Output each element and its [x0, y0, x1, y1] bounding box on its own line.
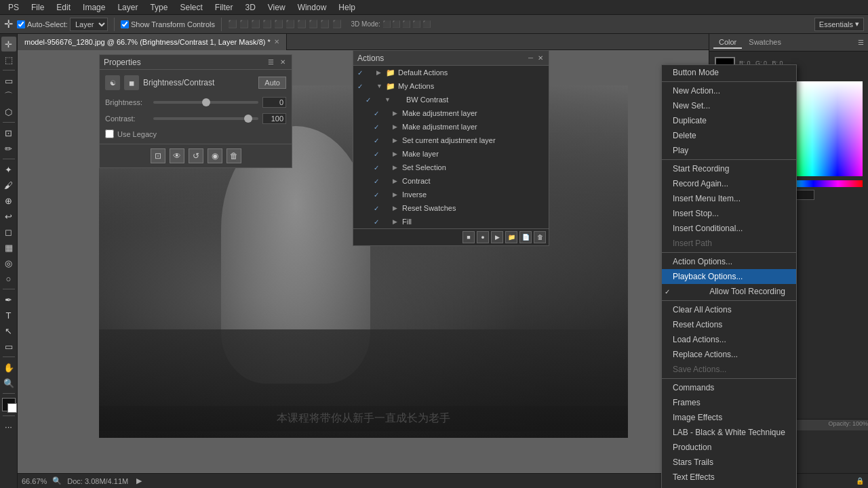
ctx-insert-conditional[interactable]: Insert Conditional... — [662, 221, 796, 236]
action-expand-bw[interactable]: ▼ — [384, 96, 391, 103]
ctx-delete[interactable]: Delete — [662, 128, 796, 143]
dodge-tool[interactable]: ○ — [1, 271, 16, 286]
ctx-duplicate[interactable]: Duplicate — [662, 113, 796, 128]
visibility-btn[interactable]: ◉ — [208, 148, 222, 163]
ctx-image-effects[interactable]: Image Effects — [662, 410, 796, 425]
history-brush-tool[interactable]: ↩ — [1, 209, 16, 224]
action-expand-default[interactable]: ▶ — [376, 69, 383, 76]
stamp-tool[interactable]: ⊕ — [1, 193, 16, 208]
action-item-fill[interactable]: ✓ ▶ Fill — [353, 215, 549, 228]
ctx-button-mode[interactable]: Button Mode — [662, 65, 796, 80]
background-color[interactable] — [7, 403, 17, 413]
ctx-playback-options[interactable]: Playback Options... — [662, 269, 796, 284]
ctx-insert-menu-item[interactable]: Insert Menu Item... — [662, 191, 796, 206]
artboard-tool[interactable]: ⬚ — [1, 52, 16, 67]
action-expand-inverse[interactable]: ▶ — [393, 191, 399, 198]
stop-btn[interactable]: ■ — [462, 231, 475, 243]
action-item-my-actions[interactable]: ✓ ▼ 📁 My Actions — [353, 79, 549, 93]
action-expand-adj1[interactable]: ▶ — [393, 110, 399, 117]
menu-3d[interactable]: 3D — [239, 1, 260, 14]
brightness-value[interactable] — [262, 97, 286, 108]
action-expand-set-sel[interactable]: ▶ — [393, 164, 399, 171]
action-expand-adj2[interactable]: ▶ — [393, 123, 399, 130]
ctx-allow-tool-recording[interactable]: ✓ Allow Tool Recording — [662, 284, 796, 299]
action-expand-reset-sw[interactable]: ▶ — [393, 205, 399, 211]
action-expand-fill[interactable]: ▶ — [393, 218, 399, 225]
menu-file[interactable]: File — [26, 1, 50, 14]
foreground-color[interactable] — [2, 398, 16, 411]
action-expand-my[interactable]: ▼ — [376, 83, 383, 89]
action-item-make-adj-1[interactable]: ✓ ▶ Make adjustment layer — [353, 106, 549, 120]
menu-ps[interactable]: PS — [3, 1, 24, 14]
tab-close-btn[interactable]: ✕ — [274, 38, 279, 45]
brightness-slider[interactable] — [153, 101, 258, 104]
ctx-new-set[interactable]: New Set... — [662, 98, 796, 113]
use-legacy-checkbox[interactable] — [105, 129, 114, 138]
menu-layer[interactable]: Layer — [112, 1, 143, 14]
eyedropper-tool[interactable]: ✏ — [1, 141, 16, 156]
ctx-reset-actions[interactable]: Reset Actions — [662, 317, 796, 332]
actions-expand-btn[interactable]: ✕ — [536, 54, 545, 62]
menu-help[interactable]: Help — [333, 1, 361, 14]
ctx-load-actions[interactable]: Load Actions... — [662, 332, 796, 347]
action-item-inverse[interactable]: ✓ ▶ Inverse — [353, 188, 549, 201]
hand-tool[interactable]: ✋ — [1, 360, 16, 375]
ctx-start-recording[interactable]: Start Recording — [662, 161, 796, 176]
pen-tool[interactable]: ✒ — [1, 292, 16, 307]
path-select-tool[interactable]: ↖ — [1, 323, 16, 338]
ctx-clear-all-actions[interactable]: Clear All Actions — [662, 302, 796, 317]
ctx-commands[interactable]: Commands — [662, 380, 796, 395]
action-item-bw-contrast[interactable]: ✓ ▼ BW Contrast — [353, 93, 549, 106]
move-tool[interactable]: ✛ — [1, 37, 16, 52]
action-expand-set-cur[interactable]: ▶ — [393, 137, 399, 144]
eye-toggle-btn[interactable]: 👁 — [170, 148, 184, 163]
marquee-tool[interactable]: ▭ — [1, 73, 16, 88]
type-tool[interactable]: T — [1, 308, 16, 323]
auto-select-dropdown[interactable]: Layer — [70, 18, 108, 31]
menu-edit[interactable]: Edit — [51, 1, 76, 14]
auto-select-checkbox[interactable] — [17, 20, 25, 28]
tab-color[interactable]: Color — [713, 37, 742, 49]
zoom-tool[interactable]: 🔍 — [1, 375, 16, 390]
properties-close-btn[interactable]: ✕ — [278, 58, 288, 67]
delete-action-btn[interactable]: 🗑 — [534, 231, 546, 243]
contrast-slider[interactable] — [153, 117, 258, 120]
action-item-set-selection[interactable]: ✓ ▶ Set Selection — [353, 161, 549, 174]
properties-menu-btn[interactable]: ☰ — [266, 58, 275, 67]
reset-btn[interactable]: ↺ — [189, 148, 203, 163]
menu-view[interactable]: View — [262, 1, 291, 14]
quick-select-tool[interactable]: ⬡ — [1, 104, 16, 119]
document-tab[interactable]: model-956676_1280.jpg @ 66.7% (Brightnes… — [18, 34, 287, 50]
new-action-btn[interactable]: 📄 — [519, 231, 532, 243]
essentials-button[interactable]: Essentials ▾ — [814, 18, 864, 31]
action-item-default-actions[interactable]: ✓ ▶ 📁 Default Actions — [353, 66, 549, 79]
brush-tool[interactable]: 🖌 — [1, 178, 16, 192]
actions-collapse-btn[interactable]: ─ — [527, 54, 534, 62]
auto-button[interactable]: Auto — [258, 77, 286, 89]
ctx-lab-technique[interactable]: LAB - Black & White Technique — [662, 425, 796, 440]
ctx-replace-actions[interactable]: Replace Actions... — [662, 347, 796, 362]
menu-image[interactable]: Image — [77, 1, 111, 14]
action-item-contract[interactable]: ✓ ▶ Contract — [353, 174, 549, 188]
extra-tools[interactable]: ··· — [1, 419, 16, 434]
action-item-make-layer[interactable]: ✓ ▶ Make layer — [353, 147, 549, 161]
crop-tool[interactable]: ⊡ — [1, 125, 16, 140]
ctx-stars-trails[interactable]: Stars Trails — [662, 455, 796, 470]
brightness-thumb[interactable] — [202, 98, 210, 106]
ctx-action-options[interactable]: Action Options... — [662, 254, 796, 269]
menu-window[interactable]: Window — [292, 1, 332, 14]
ctx-insert-stop[interactable]: Insert Stop... — [662, 206, 796, 221]
action-expand-make-layer[interactable]: ▶ — [393, 150, 399, 157]
clip-to-layer-btn[interactable]: ⊡ — [151, 148, 165, 163]
tab-swatches[interactable]: Swatches — [743, 37, 787, 49]
ctx-play[interactable]: Play — [662, 143, 796, 158]
ctx-production[interactable]: Production — [662, 440, 796, 455]
transform-controls-checkbox[interactable] — [121, 20, 129, 28]
ctx-textures[interactable]: Textures — [662, 485, 796, 488]
ctx-text-effects[interactable]: Text Effects — [662, 470, 796, 485]
contrast-value[interactable] — [262, 113, 286, 124]
contrast-thumb[interactable] — [244, 115, 252, 123]
action-expand-contract[interactable]: ▶ — [393, 178, 399, 184]
eraser-tool[interactable]: ◻ — [1, 224, 16, 239]
new-action-folder-btn[interactable]: 📁 — [505, 231, 517, 243]
